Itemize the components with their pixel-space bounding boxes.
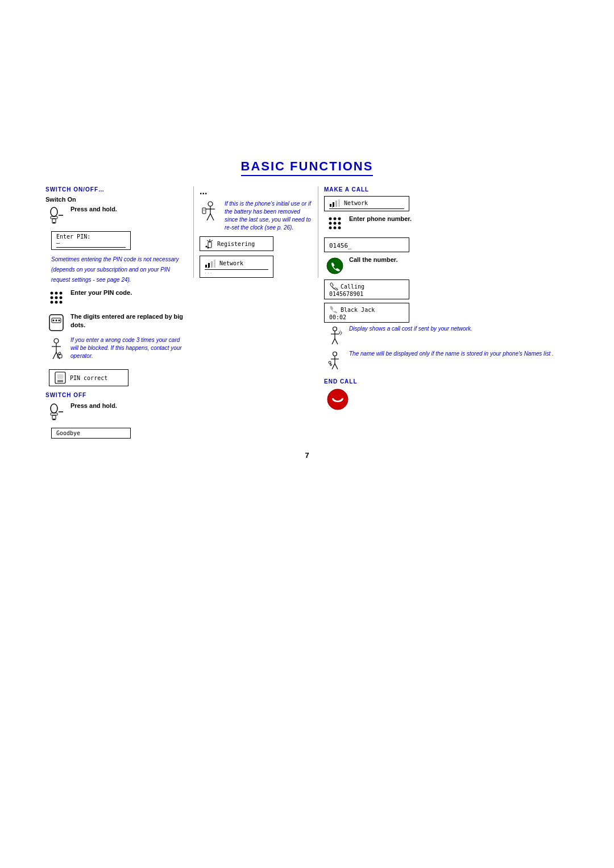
svg-point-36 — [208, 202, 213, 206]
switch-off-header: Switch Off — [45, 392, 188, 398]
dots-phone-svg — [47, 314, 65, 332]
svg-rect-35 — [53, 419, 55, 420]
svg-point-31 — [51, 404, 57, 413]
wrong-code-text: If you enter a wrong code 3 times your c… — [70, 336, 188, 360]
svg-point-13 — [60, 301, 63, 304]
network-right-text: Network — [344, 200, 368, 206]
warning-figure-svg — [47, 337, 65, 365]
end-call-button-wrap — [326, 388, 569, 413]
phone-figure-mid-icon — [200, 201, 221, 225]
enter-pin-value: — — [56, 240, 126, 248]
step-call-number: Call the number. — [324, 256, 569, 275]
middle-column: ... If this is the pho — [193, 186, 318, 278]
name-timer-screen-wrap: Black Jack 00:02 — [324, 303, 569, 323]
svg-point-9 — [55, 297, 58, 299]
svg-rect-58 — [338, 199, 340, 207]
svg-line-46 — [210, 240, 213, 242]
svg-rect-51 — [211, 261, 213, 268]
svg-point-47 — [206, 246, 208, 248]
calling-screen-wrap: Calling 0145678901 — [324, 279, 569, 299]
svg-point-18 — [59, 320, 60, 322]
network-screen-mid-wrap: Network · · · — [200, 256, 312, 278]
goodbye-text: Goodbye — [56, 430, 80, 436]
phone-off-icon — [45, 403, 67, 423]
svg-point-54 — [208, 268, 209, 268]
svg-point-64 — [329, 222, 332, 225]
wrong-code-row: If you enter a wrong code 3 times your c… — [45, 336, 188, 365]
network-mid-text: Network — [219, 260, 243, 266]
calling-number: 0145678901 — [329, 291, 404, 297]
end-call-svg — [326, 388, 349, 411]
svg-point-53 — [206, 266, 207, 268]
step-enter-pin: Enter your PIN code. — [45, 289, 188, 308]
keypad-right-svg — [327, 216, 343, 233]
svg-line-75 — [335, 339, 338, 344]
switch-on-off-header: Switch On/Off… — [45, 186, 188, 193]
svg-rect-4 — [53, 222, 55, 223]
registering-text: Registering — [217, 241, 255, 247]
enter-pin-screen-wrap: Enter PIN: — — [51, 231, 188, 250]
svg-point-62 — [334, 218, 337, 220]
goodbye-screen: Goodbye — [51, 428, 131, 439]
registering-inner: Registering — [205, 239, 268, 249]
network-mid-inner: Network — [205, 258, 268, 268]
press-hold-off-text: Press and hold. — [70, 402, 188, 410]
antenna-reg-icon — [205, 239, 215, 249]
svg-point-19 — [54, 339, 59, 343]
svg-point-10 — [60, 297, 63, 299]
svg-point-59 — [330, 206, 331, 207]
svg-rect-28 — [57, 374, 63, 379]
call-btn-svg — [326, 257, 344, 275]
press-hold-text: Press and hold. — [70, 205, 188, 214]
svg-line-45 — [207, 240, 210, 242]
svg-rect-43 — [208, 242, 211, 248]
step-enter-phone: Enter phone number. — [324, 215, 569, 233]
page-title: Basic Functions — [241, 159, 374, 176]
name-figure-svg — [326, 351, 343, 373]
svg-point-61 — [329, 218, 332, 220]
network-right-underline — [329, 208, 404, 209]
svg-rect-56 — [333, 202, 334, 207]
calling-phone-icon — [329, 282, 338, 291]
call-timer: 00:02 — [329, 314, 404, 320]
page-title-section: Basic Functions — [45, 159, 569, 176]
digits-dots-text: The digits entered are replaced by big d… — [70, 312, 188, 330]
network-figure-svg — [326, 326, 343, 348]
pin-correct-text: PIN correct — [70, 375, 107, 381]
warning-figure-icon — [45, 337, 67, 365]
step-press-hold-off: Press and hold. — [45, 402, 188, 423]
svg-point-76 — [333, 352, 337, 356]
network-right-inner: Network — [329, 198, 404, 207]
network-mid-dots: · · · — [205, 270, 268, 276]
svg-point-66 — [338, 222, 341, 225]
make-call-header: Make a Call — [324, 186, 569, 193]
svg-point-82 — [330, 364, 332, 366]
switch-on-label: Switch On — [45, 196, 188, 203]
svg-point-6 — [55, 292, 58, 295]
phone-number-display: 01456_ — [329, 242, 352, 249]
svg-line-74 — [332, 339, 335, 344]
step-press-hold: Press and hold. — [45, 205, 188, 227]
page-number: 7 — [45, 451, 569, 460]
phone-number-screen-wrap: 01456_ — [324, 237, 569, 252]
svg-line-39 — [207, 214, 210, 220]
handset-press-svg — [46, 206, 67, 227]
make-call-column: Make a Call — [318, 186, 569, 413]
name-note-row: The name will be displayed only if the n… — [324, 350, 569, 373]
svg-point-11 — [51, 301, 53, 304]
make-call-inner: Make a Call — [324, 186, 569, 413]
svg-rect-50 — [208, 263, 210, 268]
step-digits-dots: The digits entered are replaced by big d… — [45, 312, 188, 332]
svg-point-83 — [327, 389, 348, 410]
svg-point-71 — [333, 327, 337, 331]
call-active-icon — [329, 305, 338, 314]
name-note-text: The name will be displayed only if the n… — [349, 350, 569, 358]
svg-point-69 — [338, 227, 341, 229]
svg-point-63 — [338, 218, 341, 220]
svg-line-22 — [53, 352, 56, 359]
svg-point-70 — [327, 258, 343, 274]
phone-press-icon — [45, 206, 67, 227]
signal-icon-right — [329, 198, 342, 207]
handset-off-svg — [46, 403, 67, 423]
svg-rect-52 — [214, 260, 215, 268]
